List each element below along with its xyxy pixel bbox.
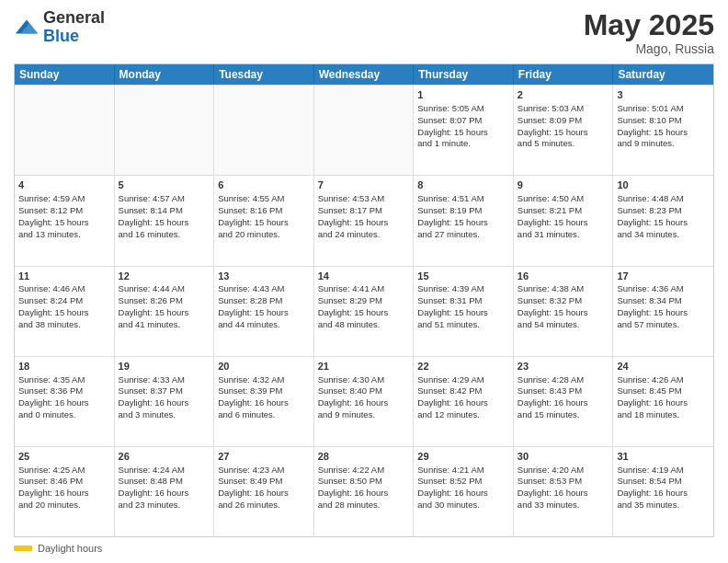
sunrise-text: Sunrise: 4:41 AM	[318, 283, 410, 295]
day-number: 25	[18, 450, 110, 464]
sunset-text: Sunset: 8:53 PM	[518, 476, 609, 488]
calendar-cell: 17Sunrise: 4:36 AMSunset: 8:34 PMDayligh…	[613, 267, 713, 356]
daylight-minutes: and 3 minutes.	[119, 409, 210, 421]
calendar-cell: 16Sunrise: 4:38 AMSunset: 8:32 PMDayligh…	[514, 267, 614, 356]
logo-blue-text: Blue	[43, 27, 79, 45]
logo: General Blue	[14, 9, 105, 46]
calendar-body: 1Sunrise: 5:05 AMSunset: 8:07 PMDaylight…	[15, 85, 713, 536]
daylight-text: Daylight: 15 hours	[417, 127, 509, 139]
daylight-minutes: and 16 minutes.	[119, 229, 210, 241]
calendar-cell	[214, 86, 314, 175]
header-saturday: Saturday	[613, 64, 713, 85]
calendar-cell: 8Sunrise: 4:51 AMSunset: 8:19 PMDaylight…	[414, 176, 514, 265]
day-number: 28	[318, 450, 410, 464]
sunrise-text: Sunrise: 4:23 AM	[218, 465, 310, 477]
calendar-cell: 24Sunrise: 4:26 AMSunset: 8:45 PMDayligh…	[613, 357, 713, 446]
day-number: 9	[518, 178, 609, 192]
sunset-text: Sunset: 8:49 PM	[218, 476, 310, 488]
daylight-minutes: and 12 minutes.	[417, 409, 509, 421]
calendar-cell: 23Sunrise: 4:28 AMSunset: 8:43 PMDayligh…	[514, 357, 614, 446]
calendar-cell: 21Sunrise: 4:30 AMSunset: 8:40 PMDayligh…	[314, 357, 415, 446]
sunset-text: Sunset: 8:09 PM	[518, 115, 609, 127]
daylight-text: Daylight: 16 hours	[518, 397, 609, 409]
sunrise-text: Sunrise: 4:50 AM	[518, 193, 609, 205]
title-block: May 2025 Mago, Russia	[584, 9, 714, 56]
daylight-text: Daylight: 15 hours	[318, 217, 410, 229]
sunset-text: Sunset: 8:16 PM	[218, 205, 310, 217]
day-number: 5	[119, 178, 210, 192]
daylight-text: Daylight: 15 hours	[218, 307, 310, 319]
daylight-text: Daylight: 16 hours	[18, 488, 110, 500]
location: Mago, Russia	[584, 41, 714, 56]
header-thursday: Thursday	[414, 64, 514, 85]
sunset-text: Sunset: 8:42 PM	[417, 385, 509, 397]
day-number: 15	[417, 270, 509, 283]
sunrise-text: Sunrise: 4:53 AM	[318, 193, 410, 205]
daylight-text: Daylight: 16 hours	[417, 397, 509, 409]
calendar-row-1: 1Sunrise: 5:05 AMSunset: 8:07 PMDaylight…	[15, 85, 713, 175]
sunset-text: Sunset: 8:40 PM	[318, 385, 410, 397]
calendar-cell: 3Sunrise: 5:01 AMSunset: 8:10 PMDaylight…	[613, 86, 713, 175]
daylight-minutes: and 9 minutes.	[617, 138, 710, 150]
daylight-text: Daylight: 15 hours	[18, 307, 110, 319]
daylight-text: Daylight: 15 hours	[518, 127, 609, 139]
day-number: 12	[119, 270, 210, 283]
daylight-text: Daylight: 15 hours	[617, 217, 710, 229]
sunrise-text: Sunrise: 4:48 AM	[617, 193, 710, 205]
daylight-text: Daylight: 15 hours	[417, 217, 509, 229]
daylight-minutes: and 26 minutes.	[218, 500, 310, 511]
day-number: 8	[417, 178, 509, 192]
sunset-text: Sunset: 8:23 PM	[617, 205, 710, 217]
daylight-text: Daylight: 15 hours	[119, 217, 210, 229]
daylight-text: Daylight: 16 hours	[318, 488, 410, 500]
daylight-minutes: and 18 minutes.	[617, 409, 710, 421]
sunrise-text: Sunrise: 4:19 AM	[617, 465, 710, 477]
sunrise-text: Sunrise: 4:21 AM	[417, 465, 509, 477]
daylight-minutes: and 13 minutes.	[18, 229, 110, 241]
sunset-text: Sunset: 8:46 PM	[18, 476, 110, 488]
day-number: 3	[617, 88, 710, 102]
daylight-text: Daylight: 15 hours	[417, 307, 509, 319]
day-number: 26	[119, 450, 210, 464]
calendar-cell	[115, 86, 215, 175]
calendar-cell: 25Sunrise: 4:25 AMSunset: 8:46 PMDayligh…	[15, 447, 115, 536]
header-wednesday: Wednesday	[314, 64, 415, 85]
day-number: 11	[18, 270, 110, 283]
calendar-cell: 28Sunrise: 4:22 AMSunset: 8:50 PMDayligh…	[314, 447, 415, 536]
page: General Blue May 2025 Mago, Russia Sunda…	[0, 0, 728, 563]
daylight-minutes: and 20 minutes.	[18, 500, 110, 511]
day-number: 10	[617, 178, 710, 192]
daylight-minutes: and 5 minutes.	[518, 138, 609, 150]
daylight-minutes: and 6 minutes.	[218, 409, 310, 421]
sunset-text: Sunset: 8:36 PM	[18, 385, 110, 397]
sunset-text: Sunset: 8:24 PM	[18, 295, 110, 307]
sunrise-text: Sunrise: 4:33 AM	[119, 374, 210, 386]
sunrise-text: Sunrise: 4:22 AM	[318, 465, 410, 477]
calendar-cell	[15, 86, 115, 175]
day-number: 16	[518, 270, 609, 283]
day-number: 1	[417, 88, 509, 102]
sunset-text: Sunset: 8:31 PM	[417, 295, 509, 307]
header-monday: Monday	[115, 64, 215, 85]
daylight-minutes: and 28 minutes.	[318, 500, 410, 511]
calendar-cell: 14Sunrise: 4:41 AMSunset: 8:29 PMDayligh…	[314, 267, 415, 356]
day-number: 19	[119, 360, 210, 373]
calendar-cell: 20Sunrise: 4:32 AMSunset: 8:39 PMDayligh…	[214, 357, 314, 446]
calendar-cell	[314, 86, 415, 175]
daylight-minutes: and 15 minutes.	[518, 409, 609, 421]
calendar-cell: 18Sunrise: 4:35 AMSunset: 8:36 PMDayligh…	[15, 357, 115, 446]
calendar-row-2: 4Sunrise: 4:59 AMSunset: 8:12 PMDaylight…	[15, 175, 713, 265]
daylight-minutes: and 0 minutes.	[18, 409, 110, 421]
daylight-minutes: and 35 minutes.	[617, 500, 710, 511]
day-number: 30	[518, 450, 609, 464]
daylight-minutes: and 27 minutes.	[417, 229, 509, 241]
calendar-cell: 27Sunrise: 4:23 AMSunset: 8:49 PMDayligh…	[214, 447, 314, 536]
sunrise-text: Sunrise: 4:38 AM	[518, 283, 609, 295]
daylight-minutes: and 51 minutes.	[417, 319, 509, 331]
daylight-minutes: and 24 minutes.	[318, 229, 410, 241]
daylight-minutes: and 23 minutes.	[119, 500, 210, 511]
sunrise-text: Sunrise: 4:28 AM	[518, 374, 609, 386]
calendar-cell: 4Sunrise: 4:59 AMSunset: 8:12 PMDaylight…	[15, 176, 115, 265]
day-number: 20	[218, 360, 310, 373]
daylight-text: Daylight: 15 hours	[518, 217, 609, 229]
